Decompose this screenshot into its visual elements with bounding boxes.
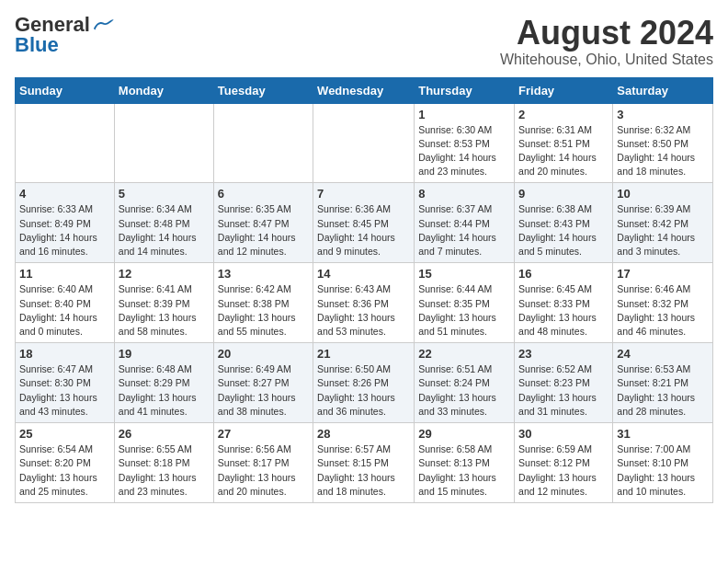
page-header: General Blue August 2024 Whitehouse, Ohi… [15,15,713,68]
day-number: 7 [317,187,410,201]
day-number: 5 [119,187,210,201]
day-header-friday: Friday [515,77,613,103]
day-detail: Sunrise: 6:30 AM Sunset: 8:53 PM Dayligh… [418,123,510,179]
calendar-cell: 17Sunrise: 6:46 AM Sunset: 8:32 PM Dayli… [613,263,713,343]
day-detail: Sunrise: 6:58 AM Sunset: 8:13 PM Dayligh… [418,442,510,499]
day-number: 20 [218,347,309,361]
day-number: 14 [317,267,410,281]
week-row-1: 1Sunrise: 6:30 AM Sunset: 8:53 PM Daylig… [16,103,713,183]
day-number: 22 [418,347,510,361]
day-detail: Sunrise: 6:53 AM Sunset: 8:21 PM Dayligh… [617,362,709,419]
day-detail: Sunrise: 6:43 AM Sunset: 8:36 PM Dayligh… [317,282,410,339]
calendar-cell: 27Sunrise: 6:56 AM Sunset: 8:17 PM Dayli… [213,423,313,503]
logo-bird-icon [92,18,114,31]
calendar-cell [114,103,213,183]
day-number: 1 [418,108,510,121]
day-number: 3 [617,108,709,121]
day-detail: Sunrise: 6:46 AM Sunset: 8:32 PM Dayligh… [617,282,709,339]
day-detail: Sunrise: 6:39 AM Sunset: 8:42 PM Dayligh… [617,202,709,259]
calendar-cell: 29Sunrise: 6:58 AM Sunset: 8:13 PM Dayli… [415,423,515,503]
day-detail: Sunrise: 7:00 AM Sunset: 8:10 PM Dayligh… [617,442,709,499]
day-header-tuesday: Tuesday [213,77,313,103]
calendar-cell: 10Sunrise: 6:39 AM Sunset: 8:42 PM Dayli… [613,183,713,263]
day-detail: Sunrise: 6:31 AM Sunset: 8:51 PM Dayligh… [518,123,609,179]
day-detail: Sunrise: 6:44 AM Sunset: 8:35 PM Dayligh… [418,282,510,339]
day-number: 27 [218,427,309,441]
day-number: 12 [119,267,210,281]
day-header-thursday: Thursday [415,77,515,103]
calendar-cell: 31Sunrise: 7:00 AM Sunset: 8:10 PM Dayli… [613,423,713,503]
day-number: 16 [518,267,609,281]
calendar-cell: 2Sunrise: 6:31 AM Sunset: 8:51 PM Daylig… [515,103,613,183]
logo: General Blue [15,15,114,55]
day-number: 21 [317,347,410,361]
day-detail: Sunrise: 6:56 AM Sunset: 8:17 PM Dayligh… [218,442,309,499]
day-detail: Sunrise: 6:47 AM Sunset: 8:30 PM Dayligh… [19,362,110,419]
calendar-cell: 20Sunrise: 6:49 AM Sunset: 8:27 PM Dayli… [213,343,313,423]
day-number: 11 [19,267,110,281]
day-detail: Sunrise: 6:48 AM Sunset: 8:29 PM Dayligh… [119,362,210,419]
day-detail: Sunrise: 6:50 AM Sunset: 8:26 PM Dayligh… [317,362,410,419]
calendar-cell: 22Sunrise: 6:51 AM Sunset: 8:24 PM Dayli… [415,343,515,423]
day-detail: Sunrise: 6:38 AM Sunset: 8:43 PM Dayligh… [518,202,609,259]
logo-blue-text: Blue [15,35,59,55]
calendar-subtitle: Whitehouse, Ohio, United States [500,52,713,68]
day-detail: Sunrise: 6:49 AM Sunset: 8:27 PM Dayligh… [218,362,309,419]
calendar-cell [213,103,313,183]
day-detail: Sunrise: 6:37 AM Sunset: 8:44 PM Dayligh… [418,202,510,259]
day-detail: Sunrise: 6:34 AM Sunset: 8:48 PM Dayligh… [119,202,210,259]
week-row-2: 4Sunrise: 6:33 AM Sunset: 8:49 PM Daylig… [16,183,713,263]
day-header-monday: Monday [114,77,213,103]
day-detail: Sunrise: 6:36 AM Sunset: 8:45 PM Dayligh… [317,202,410,259]
day-detail: Sunrise: 6:52 AM Sunset: 8:23 PM Dayligh… [518,362,609,419]
calendar-table: SundayMondayTuesdayWednesdayThursdayFrid… [15,77,713,503]
day-header-saturday: Saturday [613,77,713,103]
calendar-cell: 14Sunrise: 6:43 AM Sunset: 8:36 PM Dayli… [313,263,415,343]
day-number: 25 [19,427,110,441]
day-detail: Sunrise: 6:57 AM Sunset: 8:15 PM Dayligh… [317,442,410,499]
day-detail: Sunrise: 6:41 AM Sunset: 8:39 PM Dayligh… [119,282,210,339]
day-number: 28 [317,427,410,441]
day-number: 10 [617,187,709,201]
calendar-cell: 16Sunrise: 6:45 AM Sunset: 8:33 PM Dayli… [515,263,613,343]
day-detail: Sunrise: 6:33 AM Sunset: 8:49 PM Dayligh… [19,202,110,259]
day-number: 15 [418,267,510,281]
day-number: 23 [518,347,609,361]
calendar-cell: 28Sunrise: 6:57 AM Sunset: 8:15 PM Dayli… [313,423,415,503]
calendar-cell: 11Sunrise: 6:40 AM Sunset: 8:40 PM Dayli… [16,263,115,343]
calendar-cell: 4Sunrise: 6:33 AM Sunset: 8:49 PM Daylig… [16,183,115,263]
calendar-cell: 9Sunrise: 6:38 AM Sunset: 8:43 PM Daylig… [515,183,613,263]
day-detail: Sunrise: 6:54 AM Sunset: 8:20 PM Dayligh… [19,442,110,499]
calendar-cell: 25Sunrise: 6:54 AM Sunset: 8:20 PM Dayli… [16,423,115,503]
calendar-cell: 26Sunrise: 6:55 AM Sunset: 8:18 PM Dayli… [114,423,213,503]
day-number: 2 [518,108,609,121]
day-number: 17 [617,267,709,281]
day-number: 24 [617,347,709,361]
day-detail: Sunrise: 6:32 AM Sunset: 8:50 PM Dayligh… [617,123,709,179]
calendar-cell: 19Sunrise: 6:48 AM Sunset: 8:29 PM Dayli… [114,343,213,423]
day-number: 8 [418,187,510,201]
calendar-cell: 18Sunrise: 6:47 AM Sunset: 8:30 PM Dayli… [16,343,115,423]
calendar-cell: 8Sunrise: 6:37 AM Sunset: 8:44 PM Daylig… [415,183,515,263]
calendar-cell: 7Sunrise: 6:36 AM Sunset: 8:45 PM Daylig… [313,183,415,263]
calendar-cell: 6Sunrise: 6:35 AM Sunset: 8:47 PM Daylig… [213,183,313,263]
week-row-3: 11Sunrise: 6:40 AM Sunset: 8:40 PM Dayli… [16,263,713,343]
calendar-cell: 13Sunrise: 6:42 AM Sunset: 8:38 PM Dayli… [213,263,313,343]
calendar-cell: 15Sunrise: 6:44 AM Sunset: 8:35 PM Dayli… [415,263,515,343]
day-number: 6 [218,187,309,201]
day-number: 19 [119,347,210,361]
day-detail: Sunrise: 6:45 AM Sunset: 8:33 PM Dayligh… [518,282,609,339]
title-area: August 2024 Whitehouse, Ohio, United Sta… [500,15,713,68]
day-detail: Sunrise: 6:51 AM Sunset: 8:24 PM Dayligh… [418,362,510,419]
calendar-title: August 2024 [500,15,713,52]
week-row-5: 25Sunrise: 6:54 AM Sunset: 8:20 PM Dayli… [16,423,713,503]
day-detail: Sunrise: 6:59 AM Sunset: 8:12 PM Dayligh… [518,442,609,499]
day-number: 18 [19,347,110,361]
calendar-cell: 23Sunrise: 6:52 AM Sunset: 8:23 PM Dayli… [515,343,613,423]
calendar-cell [16,103,115,183]
calendar-cell: 30Sunrise: 6:59 AM Sunset: 8:12 PM Dayli… [515,423,613,503]
calendar-cell: 1Sunrise: 6:30 AM Sunset: 8:53 PM Daylig… [415,103,515,183]
calendar-cell: 5Sunrise: 6:34 AM Sunset: 8:48 PM Daylig… [114,183,213,263]
day-detail: Sunrise: 6:42 AM Sunset: 8:38 PM Dayligh… [218,282,309,339]
day-detail: Sunrise: 6:40 AM Sunset: 8:40 PM Dayligh… [19,282,110,339]
